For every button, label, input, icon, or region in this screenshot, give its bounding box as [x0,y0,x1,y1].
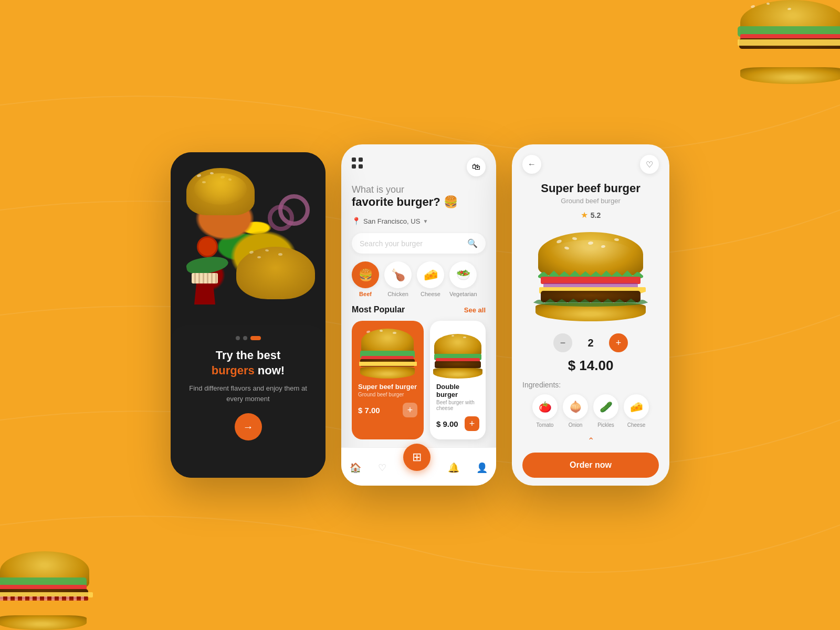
back-button[interactable]: ← [522,155,541,174]
vegetarian-label: Vegetarian [449,291,477,297]
featured-price: $ 7.00 [358,406,380,415]
featured-price-row: $ 7.00 + [352,401,424,419]
burger-cards-row: Super beef burger Ground beef burger $ 7… [341,321,496,447]
onion-icon-wrap: 🧅 [563,394,588,419]
location-chevron-icon: ▼ [423,218,428,224]
see-all-button[interactable]: See all [464,306,486,314]
splash-headline: Try the best burgers now! [212,348,285,378]
cheese-label: Cheese [421,291,440,297]
detail-title-section: Super beef burger Ground beef burger [512,179,669,207]
nav-notifications[interactable]: 🔔 [448,462,459,474]
browse-main-title: favorite burger? 🍔 [352,195,486,209]
chevron-up-icon: ⌃ [587,436,594,446]
location-row[interactable]: 📍 San Francisco, US ▼ [341,214,496,230]
splash-title-line1: Try the best [216,349,280,362]
dot-3-active [250,336,261,340]
dot-1 [236,336,240,340]
big-burger-visual [533,232,648,321]
browse-title-section: What is your favorite burger? 🍔 [341,182,496,214]
most-popular-header: Most Popular See all [341,305,496,321]
onion-label: Onion [569,422,583,428]
category-beef[interactable]: 🍔 Beef [352,261,379,297]
category-cheese[interactable]: 🧀 Cheese [417,261,444,297]
cart-icon: 🛍 [472,162,480,172]
detail-header: ← ♡ [512,144,669,179]
dot-2 [243,336,247,340]
ingredient-pickles: 🥒 Pickles [593,394,618,428]
splash-title-line3: now! [258,364,285,377]
ingredients-list: 🍅 Tomato 🧅 Onion 🥒 Pickles [522,394,659,428]
ingredient-onion: 🧅 Onion [563,394,588,428]
expand-row[interactable]: ⌃ [512,433,669,448]
tomato-icon: 🍅 [539,401,552,413]
browse-screen: 🛍 What is your favorite burger? 🍔 📍 San … [341,144,496,486]
chicken-icon: 🍗 [391,268,405,282]
detail-burger-subtitle: Ground beef burger [522,197,659,205]
bell-icon: 🔔 [448,462,459,474]
small-burger-card[interactable]: Double burger Beef burger with cheese $ … [430,321,486,439]
cheese-ingredient-label: Cheese [627,422,645,428]
small-price: $ 9.00 [436,419,458,428]
profile-icon: 👤 [476,462,488,474]
beef-icon-wrap: 🍔 [352,261,379,288]
ingredient-cheese: 🧀 Cheese [624,394,649,428]
splash-info-card: Try the best burgers now! Find different… [171,326,326,478]
ring-2 [268,205,294,231]
location-text: San Francisco, US [363,217,420,225]
search-placeholder-text: Search your burger [360,239,467,248]
quantity-display: 2 [583,337,598,349]
order-now-button[interactable]: Order now [522,453,659,478]
home-icon: 🏠 [350,462,361,474]
page-dots [236,336,261,340]
nav-favorites[interactable]: ♡ [378,462,386,474]
search-bar[interactable]: Search your burger 🔍 [352,233,486,254]
pickles-icon: 🥒 [600,401,613,413]
onion-rings-decoration [257,194,310,236]
browse-greeting: What is your [352,184,486,195]
next-button[interactable]: → [235,413,262,440]
small-add-button[interactable]: + [465,416,479,431]
nav-profile[interactable]: 👤 [476,462,488,474]
heart-icon: ♡ [378,462,386,474]
featured-burger-card[interactable]: Super beef burger Ground beef burger $ 7… [352,321,424,439]
pickles-label: Pickles [597,422,614,428]
grid-menu-icon[interactable] [352,158,363,169]
featured-card-name: Super beef burger [352,379,424,392]
vegetarian-icon: 🥗 [456,268,470,282]
tomato-label: Tomato [537,422,554,428]
small-card-desc: Beef burger with cheese [430,400,486,414]
cheese-ingredient-icon: 🧀 [630,401,643,413]
pickles-icon-wrap: 🥒 [593,394,618,419]
tomato-decoration [197,236,218,257]
ingredient-tomato: 🍅 Tomato [532,394,558,428]
cheese-icon-wrap: 🧀 [417,261,444,288]
scan-icon: ⊞ [412,450,422,464]
featured-card-desc: Ground beef burger [352,392,424,401]
nav-home[interactable]: 🏠 [350,462,361,474]
big-patty [541,291,640,302]
arrow-icon: → [243,421,254,433]
search-icon[interactable]: 🔍 [467,238,478,248]
increase-quantity-button[interactable]: + [609,333,628,352]
ingredients-label: Ingredients: [522,381,659,389]
splash-subtitle: Find different flavors and enjoy them at… [184,383,312,404]
decrease-quantity-button[interactable]: − [553,333,572,352]
most-popular-title: Most Popular [352,305,405,314]
price-display: $ 14.00 [512,355,669,376]
cheese-icon: 🧀 [424,268,438,282]
ingredients-section: Ingredients: 🍅 Tomato 🧅 Onion 🥒 [512,376,669,433]
favorite-button[interactable]: ♡ [640,155,659,174]
category-chicken[interactable]: 🍗 Chicken [384,261,412,297]
splash-title-highlight: burgers [212,364,255,377]
featured-add-button[interactable]: + [403,403,417,417]
categories-row: 🍔 Beef 🍗 Chicken 🧀 Cheese 🥗 V [341,261,496,305]
cart-button[interactable]: 🛍 [467,158,486,176]
star-icon: ★ [581,210,588,220]
category-vegetarian[interactable]: 🥗 Vegetarian [449,261,477,297]
location-pin-icon: 📍 [352,217,361,225]
small-card-name: Double burger [430,379,486,400]
nav-scan-button[interactable]: ⊞ [403,444,430,471]
splash-screen: Try the best burgers now! Find different… [171,152,326,478]
rating-value: 5.2 [591,211,601,219]
beef-icon: 🍔 [359,268,373,282]
